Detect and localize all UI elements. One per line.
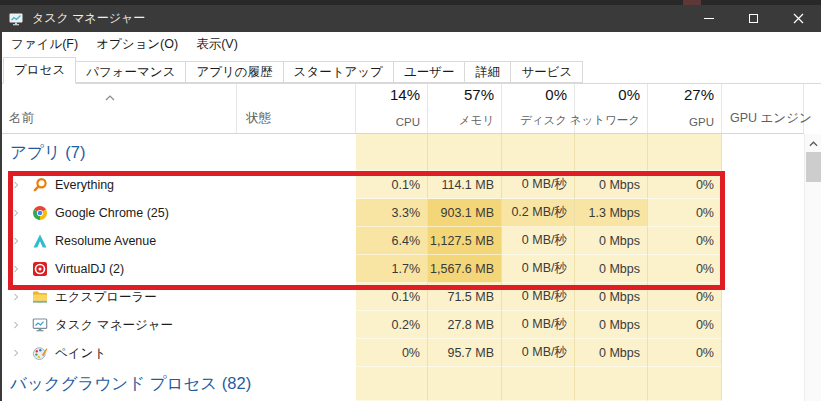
- network-cell: 0 Mbps: [575, 283, 648, 311]
- column-label: ディスク: [520, 113, 567, 128]
- disk-cell: 0 MB/秒: [502, 311, 575, 339]
- process-name: Google Chrome (25): [55, 206, 169, 220]
- process-name: Everything: [55, 178, 114, 192]
- status-cell: [237, 255, 356, 283]
- menu-options[interactable]: オプション(O): [87, 36, 187, 53]
- gpu-engine-cell: [722, 134, 804, 171]
- column-header-gpu[interactable]: 27% GPU: [648, 84, 722, 133]
- tab-services[interactable]: サービス: [510, 61, 583, 83]
- sort-ascending-icon: [105, 87, 115, 105]
- chevron-right-icon[interactable]: [11, 207, 21, 219]
- column-header-memory[interactable]: 57% メモリ: [428, 84, 502, 133]
- group-row[interactable]: バックグラウンド プロセス (82): [0, 367, 804, 401]
- process-row[interactable]: タスク マネージャー0.2%27.8 MB0 MB/秒0 Mbps0%: [0, 311, 804, 339]
- status-cell: [237, 283, 356, 311]
- menu-bar: ファイル(F) オプション(O) 表示(V): [2, 32, 821, 56]
- scroll-up-button[interactable]: [805, 134, 821, 150]
- tab-users[interactable]: ユーザー: [393, 61, 466, 83]
- explorer-icon: [32, 289, 48, 305]
- process-name-cell: VirtualDJ (2): [0, 255, 237, 283]
- paint-icon: [32, 345, 48, 361]
- disk-total: 0%: [545, 86, 567, 103]
- process-name: ペイント: [55, 345, 106, 362]
- minimize-button[interactable]: [686, 5, 731, 32]
- disk-cell: 0 MB/秒: [502, 255, 575, 283]
- maximize-button[interactable]: [731, 5, 776, 32]
- status-cell: [237, 199, 356, 227]
- window-left-border: [0, 5, 2, 401]
- chevron-right-icon[interactable]: [11, 291, 21, 303]
- tab-app-history[interactable]: アプリの履歴: [185, 61, 283, 83]
- column-header-status[interactable]: 状態: [237, 84, 356, 133]
- virtualdj-icon: [32, 261, 48, 277]
- chevron-right-icon[interactable]: [11, 319, 21, 331]
- network-cell: 1.3 Mbps: [575, 199, 648, 227]
- column-header-gpu-engine[interactable]: GPU エンジン: [722, 84, 804, 133]
- memory-cell: 27.8 MB: [428, 311, 502, 339]
- gpu-cell: 0%: [648, 255, 722, 283]
- disk-cell: 0 MB/秒: [502, 171, 575, 199]
- column-header-cpu[interactable]: 14% CPU: [356, 84, 428, 133]
- column-label: GPU エンジン: [730, 110, 812, 127]
- process-name-cell: Resolume Avenue: [0, 227, 237, 255]
- tab-processes[interactable]: プロセス: [3, 57, 76, 84]
- chevron-right-icon[interactable]: [11, 235, 21, 247]
- gpu-cell: 0%: [648, 227, 722, 255]
- cpu-cell: 0%: [356, 339, 428, 367]
- disk-cell: [502, 134, 575, 171]
- chevron-right-icon[interactable]: [11, 179, 21, 191]
- menu-view[interactable]: 表示(V): [187, 36, 247, 53]
- chevron-right-icon[interactable]: [11, 263, 21, 275]
- process-row[interactable]: VirtualDJ (2)1.7%1,567.6 MB0 MB/秒0 Mbps0…: [0, 255, 804, 283]
- close-icon: [793, 10, 804, 28]
- column-header-disk[interactable]: 0% ディスク: [502, 84, 575, 133]
- group-row[interactable]: アプリ (7): [0, 134, 804, 171]
- close-button[interactable]: [776, 5, 821, 32]
- column-label: ネットワーク: [570, 113, 640, 128]
- tab-details[interactable]: 詳細: [464, 61, 511, 83]
- gpu-cell: 0%: [648, 171, 722, 199]
- scrollbar-thumb[interactable]: [806, 152, 821, 182]
- memory-cell: [428, 134, 502, 171]
- process-row[interactable]: エクスプローラー0.1%71.5 MB0 MB/秒0 Mbps0%: [0, 283, 804, 311]
- process-name: Resolume Avenue: [55, 234, 156, 248]
- network-cell: 0 Mbps: [575, 339, 648, 367]
- gpu-engine-cell: [722, 199, 804, 227]
- memory-cell: 903.1 MB: [428, 199, 502, 227]
- memory-total: 57%: [464, 86, 494, 103]
- process-name: タスク マネージャー: [55, 317, 173, 334]
- process-table-body: アプリ (7)Everything0.1%114.1 MB0 MB/秒0 Mbp…: [0, 134, 804, 401]
- task-manager-window: タスク マネージャー ファイル(F) オプション(O) 表示(V) プロセス パ…: [0, 0, 821, 401]
- cpu-cell: 1.7%: [356, 255, 428, 283]
- column-header-network[interactable]: 0% ネットワーク: [575, 84, 648, 133]
- tab-startup[interactable]: スタートアップ: [283, 61, 394, 83]
- cpu-cell: 0.1%: [356, 171, 428, 199]
- memory-cell: 71.5 MB: [428, 283, 502, 311]
- title-bar[interactable]: タスク マネージャー: [0, 5, 821, 32]
- process-name-cell: タスク マネージャー: [0, 311, 237, 339]
- process-name-cell: Google Chrome (25): [0, 199, 237, 227]
- task-manager-app-icon: [8, 11, 24, 27]
- column-label: メモリ: [459, 113, 494, 128]
- memory-cell: 95.7 MB: [428, 339, 502, 367]
- process-row[interactable]: Everything0.1%114.1 MB0 MB/秒0 Mbps0%: [0, 171, 804, 199]
- network-total: 0%: [618, 86, 640, 103]
- column-header-name[interactable]: 名前: [0, 84, 237, 133]
- memory-cell: 114.1 MB: [428, 171, 502, 199]
- gpu-engine-cell: [722, 339, 804, 367]
- process-row[interactable]: Resolume Avenue6.4%1,127.5 MB0 MB/秒0 Mbp…: [0, 227, 804, 255]
- tab-performance[interactable]: パフォーマンス: [75, 61, 186, 83]
- disk-cell: 0 MB/秒: [502, 339, 575, 367]
- process-name: VirtualDJ (2): [55, 262, 124, 276]
- vertical-scrollbar[interactable]: [804, 134, 821, 401]
- memory-cell: 1,567.6 MB: [428, 255, 502, 283]
- menu-file[interactable]: ファイル(F): [2, 36, 87, 53]
- chrome-icon: [32, 205, 48, 221]
- process-row[interactable]: Google Chrome (25)3.3%903.1 MB0.2 MB/秒1.…: [0, 199, 804, 227]
- gpu-cell: [648, 134, 722, 171]
- group-name-cell: バックグラウンド プロセス (82): [0, 367, 356, 401]
- process-name-cell: エクスプローラー: [0, 283, 237, 311]
- process-row[interactable]: ペイント0%95.7 MB0 MB/秒0 Mbps0%: [0, 339, 804, 367]
- status-cell: [237, 311, 356, 339]
- chevron-right-icon[interactable]: [11, 347, 21, 359]
